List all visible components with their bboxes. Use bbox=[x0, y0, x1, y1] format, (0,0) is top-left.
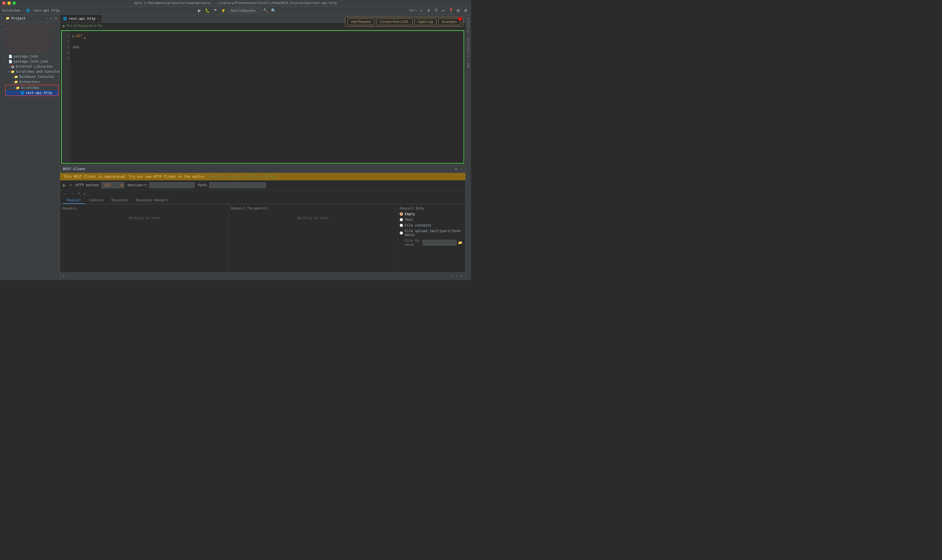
shrink-button[interactable]: ↙ bbox=[83, 191, 87, 196]
radio-empty[interactable]: Empty bbox=[400, 212, 463, 216]
git-x[interactable]: ✗ bbox=[426, 8, 432, 14]
project-panel-title: Project bbox=[11, 17, 46, 20]
code-editor[interactable]: 1 2 3 4 5 ▶ GET _ ### bbox=[61, 30, 464, 164]
deprecated-warning-bar: This REST Client is deprecated. Try our … bbox=[60, 173, 465, 180]
favorites-icon[interactable]: ★ bbox=[0, 27, 4, 33]
radio-file-upload[interactable]: File upload (multipart/form-data) bbox=[400, 229, 463, 237]
tree-item-extensions[interactable]: › 📁 Extensions bbox=[4, 79, 60, 85]
http-actions-container: Add Request Convert from cURL Open Log E… bbox=[345, 17, 463, 27]
window-title: epro [~/Documents/projects/viewhigh/epro… bbox=[134, 1, 337, 5]
open-log-button[interactable]: Open Log bbox=[414, 18, 437, 25]
convert-from-curl-button[interactable]: Convert from cURL bbox=[376, 18, 413, 25]
tree-item-package-json[interactable]: 📄 package.json bbox=[4, 54, 60, 59]
tree-item-scratches-folder[interactable]: ▾ 📁 Scratches bbox=[6, 85, 58, 90]
structure-icon[interactable]: ≡ bbox=[0, 21, 4, 27]
panel-settings[interactable]: ⚙ bbox=[54, 16, 58, 21]
maximize-btn[interactable] bbox=[12, 2, 16, 5]
radio-file-upload-input[interactable] bbox=[400, 231, 403, 235]
structure-tab[interactable]: Structure bbox=[466, 15, 470, 35]
forward-button[interactable]: → bbox=[70, 191, 75, 197]
headers-label: Headers bbox=[62, 206, 226, 210]
git-checkmark[interactable]: ✓ bbox=[418, 8, 425, 14]
radio-text[interactable]: Text bbox=[400, 218, 463, 222]
build-button[interactable]: 🔨 bbox=[263, 8, 269, 14]
blurred-file-row bbox=[6, 23, 57, 28]
debug-button[interactable]: 🐛 bbox=[204, 8, 211, 14]
scratches-consoles-chevron: ▾ bbox=[9, 70, 10, 73]
add-bottom-button[interactable]: + bbox=[450, 274, 453, 279]
back-button[interactable]: ← bbox=[63, 191, 68, 197]
blurred-file-row bbox=[6, 28, 51, 33]
convert-link[interactable]: Convert request to the new format bbox=[209, 175, 276, 178]
rest-close-button[interactable]: − bbox=[459, 166, 462, 172]
rest-api-http-label: rest-api.http bbox=[26, 91, 52, 95]
code-content[interactable]: ▶ GET _ ### bbox=[70, 31, 463, 163]
radio-empty-input[interactable] bbox=[400, 212, 403, 216]
minus-bottom-button[interactable]: − bbox=[455, 274, 458, 279]
http-method-dropdown[interactable]: GET POST PUT DELETE bbox=[102, 182, 124, 188]
rest-tab-request[interactable]: Request bbox=[63, 197, 85, 204]
minimize-btn[interactable] bbox=[8, 2, 11, 5]
expand-button[interactable]: ↗ bbox=[77, 191, 81, 197]
close-bottom-button[interactable]: × bbox=[460, 274, 463, 279]
window-controls[interactable] bbox=[2, 2, 16, 5]
code-line-4 bbox=[72, 50, 461, 56]
rest-tab-cookies[interactable]: Cookies bbox=[85, 197, 108, 204]
tree-item-package-lock-json[interactable]: 📄 package-lock.json bbox=[4, 59, 60, 64]
line-num-3: 3 bbox=[63, 45, 69, 50]
layout-button[interactable]: ⊞ bbox=[455, 8, 461, 14]
run-all-requests-button[interactable]: ▶ Run All Requests in File bbox=[63, 24, 103, 28]
radio-file-contents[interactable]: File contents bbox=[400, 223, 463, 227]
z-favorites-tab[interactable]: Z: Favorites bbox=[466, 35, 470, 60]
undo-button[interactable]: ↩ bbox=[440, 8, 446, 14]
profile-button[interactable]: ⚡ bbox=[220, 8, 226, 14]
close-btn[interactable] bbox=[2, 2, 6, 5]
search-everywhere-button[interactable]: 🔍 bbox=[271, 8, 277, 14]
examples-button[interactable]: Examples 1 bbox=[438, 18, 460, 25]
web-tab[interactable]: Web bbox=[466, 60, 470, 70]
editor-tab-rest-api[interactable]: 🌐 rest-api.http × bbox=[60, 15, 102, 22]
file-to-send-input[interactable] bbox=[423, 240, 457, 245]
rest-settings-button[interactable]: ⚙ bbox=[454, 166, 458, 172]
radio-text-input[interactable] bbox=[400, 218, 403, 222]
run-line-1-button[interactable]: ▶ bbox=[72, 35, 75, 38]
headers-nothing-label: Nothing to show bbox=[62, 216, 226, 220]
path-input[interactable] bbox=[209, 182, 266, 188]
tree-item-external-libraries[interactable]: › 📚 External Libraries bbox=[4, 64, 60, 69]
rest-client-panel: REST Client ⚙ − This REST Client is depr… bbox=[60, 165, 465, 272]
rest-refresh-button[interactable]: ↺ bbox=[69, 183, 72, 187]
right-sidebar: Structure Z: Favorites Web bbox=[465, 15, 471, 280]
examples-badge: 1 bbox=[458, 17, 462, 21]
radio-file-contents-input[interactable] bbox=[400, 224, 403, 227]
file-browse-button[interactable]: 📂 bbox=[458, 240, 463, 245]
add-request-button[interactable]: Add Request bbox=[348, 18, 374, 25]
rest-tab-response-headers[interactable]: Response Headers bbox=[132, 197, 172, 204]
run-button[interactable]: ▶ bbox=[196, 8, 203, 14]
add-button[interactable]: + bbox=[62, 274, 65, 279]
breadcrumb-scratches[interactable]: Scratches bbox=[2, 9, 21, 12]
add-configuration-button[interactable]: Add Configuration... bbox=[228, 8, 260, 13]
remove-button[interactable]: − bbox=[67, 274, 70, 279]
settings-button[interactable]: ⚙ bbox=[462, 8, 469, 14]
host-port-input[interactable] bbox=[149, 182, 195, 188]
tree-item-scratches-and-consoles[interactable]: ▾ 📁 Scratches and Consoles bbox=[4, 69, 60, 74]
code-line-1: ▶ GET _ bbox=[72, 33, 461, 39]
body-label: Request Body bbox=[400, 206, 463, 210]
locate-button[interactable]: 📍 bbox=[448, 8, 454, 14]
panel-collapse-all[interactable]: ≡ bbox=[49, 16, 53, 21]
project-icon[interactable]: P bbox=[0, 15, 4, 21]
rest-play-button[interactable]: ▶ bbox=[63, 183, 66, 188]
tree-item-rest-api-http[interactable]: 🌐 rest-api.http bbox=[6, 90, 58, 95]
scratches-folder-chevron: ▾ bbox=[14, 86, 15, 89]
tab-close-button[interactable]: × bbox=[97, 17, 99, 20]
request-body-section: Request Body Empty Text File contents bbox=[397, 204, 465, 272]
file-to-send-row: File to send: 📂 bbox=[400, 238, 463, 246]
tree-item-database-consoles[interactable]: › 📁 Database Consoles bbox=[4, 74, 60, 79]
git-history[interactable]: ⏱ bbox=[433, 8, 439, 14]
package-json-icon: 📄 bbox=[9, 55, 12, 58]
learn-icon[interactable]: ? bbox=[0, 33, 4, 39]
project-panel: 📁 Project ▾ ≡ ⚙ 📄 package.json 📄 package… bbox=[4, 15, 60, 280]
blurred-file-row bbox=[6, 44, 52, 48]
rest-tab-response[interactable]: Response bbox=[107, 197, 132, 204]
coverage-button[interactable]: ☂ bbox=[212, 8, 219, 14]
